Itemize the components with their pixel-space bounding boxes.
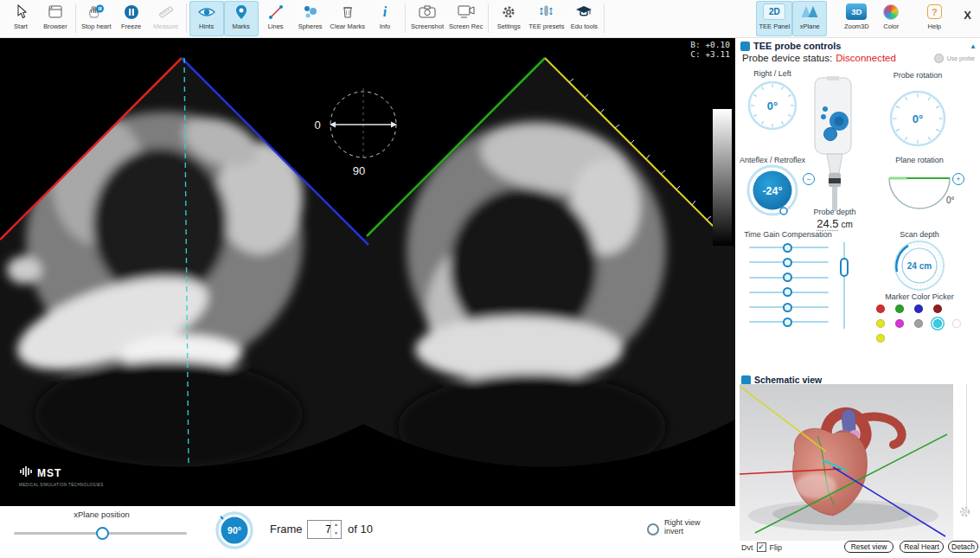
marker-color-swatch[interactable]: [914, 319, 923, 328]
b-gain-value: B: +0.10: [690, 40, 730, 49]
anteflex-dial-handle[interactable]: [780, 208, 787, 215]
marker-color-swatch[interactable]: [876, 334, 885, 343]
plane-rotation-label: Plane rotation: [881, 156, 958, 164]
toolbar-separator: [186, 3, 187, 33]
tgc-slider[interactable]: [749, 285, 829, 300]
toolbar-item-stop-heart[interactable]: Stop heart: [79, 1, 114, 36]
marker-color-swatch[interactable]: [895, 319, 904, 328]
probe-depth-value: 24.5cm: [800, 215, 869, 231]
use-probe-toggle[interactable]: [934, 54, 944, 63]
toolbar-item-browser[interactable]: Browser: [38, 1, 73, 36]
toolbar-item-marks[interactable]: Marks: [224, 1, 259, 36]
view-button-xplane[interactable]: xPlane: [792, 1, 827, 36]
2d-icon: 2D: [763, 3, 785, 21]
probe-depth-unit: cm: [841, 220, 852, 229]
panel-title: TEE probe controls: [753, 41, 841, 51]
toolbar-item-measure[interactable]: Measure: [149, 1, 183, 36]
frame-spinner-up-icon[interactable]: ▲: [331, 521, 341, 529]
settings-gear-icon: [501, 3, 516, 21]
blue-vessel: [842, 409, 855, 433]
tgc-slider[interactable]: [749, 271, 829, 285]
schematic-3d-view[interactable]: [740, 384, 953, 541]
detach-button[interactable]: Detach: [948, 541, 978, 553]
svg-text:i: i: [383, 4, 388, 19]
frame-total-label: of 10: [348, 523, 373, 536]
frame-input-box: ▲ ▼: [307, 520, 342, 539]
frame-input[interactable]: [308, 521, 331, 538]
anteflex-dial[interactable]: -24°: [746, 164, 799, 217]
toolbar-item-hints[interactable]: Hints: [189, 1, 224, 36]
flip-checkbox[interactable]: ✓: [757, 542, 766, 552]
marker-color-swatch[interactable]: [914, 305, 923, 313]
probe-panel-header: TEE probe controls ▲: [740, 41, 977, 51]
freeze-pause-icon: [123, 3, 140, 21]
close-button[interactable]: X: [964, 9, 971, 22]
angle-value-bottom: 90: [353, 164, 365, 177]
probe-rotation-dial[interactable]: 0°: [887, 88, 948, 149]
marker-color-swatch[interactable]: [876, 305, 885, 313]
toolbar-item-label: Hints: [199, 22, 214, 30]
toolbar-item-label: Measure: [153, 22, 178, 30]
toolbar-item-start[interactable]: Start: [3, 1, 38, 36]
frame-spinner-down-icon[interactable]: ▼: [331, 529, 341, 538]
toolbar-item-freeze[interactable]: Freeze: [114, 1, 149, 36]
marker-color-swatch[interactable]: [933, 305, 942, 313]
collapse-arrow-icon[interactable]: ▲: [970, 42, 977, 50]
probe-rotation-value: 0°: [913, 112, 923, 125]
tgc-label: Time Gain Compensation: [740, 230, 836, 239]
xplane-slider-thumb[interactable]: [96, 527, 109, 540]
toolbar-item-screenshot[interactable]: Screenshot: [408, 1, 446, 36]
plane-rotation-minus-button[interactable]: −: [803, 173, 815, 185]
toolbar-item-label: Screenshot: [411, 22, 444, 30]
view-button-zoom3d[interactable]: 3D Zoom3D: [839, 1, 874, 36]
toolbar-item-settings[interactable]: Settings: [491, 1, 526, 36]
toolbar-item-label: Edu tools: [571, 22, 598, 30]
tgc-slider[interactable]: [749, 255, 829, 270]
plane-rotation-widget[interactable]: [887, 171, 956, 213]
overall-gain-thumb[interactable]: [840, 258, 849, 277]
real-heart-button[interactable]: Real Heart: [900, 541, 944, 553]
scan-depth-dial[interactable]: 24 cm: [893, 239, 946, 292]
tee-simulator-window: Start Browser Stop heart Freeze Measure …: [0, 0, 980, 558]
xplane-views[interactable]: 0 90: [0, 38, 735, 506]
toolbar-item-info[interactable]: i Info: [368, 1, 402, 36]
stop-heart-icon: [87, 3, 105, 21]
tgc-slider[interactable]: [749, 315, 829, 330]
graduation-cap-icon: [575, 3, 592, 21]
reset-view-button[interactable]: Reset view: [844, 541, 894, 553]
dvt-label: Dvt: [741, 543, 753, 552]
xplane-position-slider[interactable]: [14, 527, 187, 541]
toolbar-item-screen-rec[interactable]: Screen Rec: [446, 1, 485, 36]
marker-color-swatch[interactable]: [895, 305, 904, 313]
overall-gain-slider[interactable]: [839, 242, 849, 329]
marker-color-swatch[interactable]: [952, 319, 961, 328]
toolbar-item-tee-presets[interactable]: TEE presets: [526, 1, 567, 36]
toolbar-item-edu-tools[interactable]: Edu tools: [567, 1, 601, 36]
schematic-badge-icon: [741, 375, 751, 385]
measure-ruler-icon: [158, 3, 174, 21]
ultrasound-viewport[interactable]: 0 90 B: +0.10 C: +3.11 MST MEDICAL SIMUL…: [0, 38, 735, 506]
tgc-slider[interactable]: [749, 300, 829, 315]
hints-eye-icon: [197, 3, 216, 21]
marker-color-picker: [876, 305, 971, 349]
anteflex-value: -24°: [762, 185, 782, 197]
right-left-dial[interactable]: 0°: [746, 80, 798, 131]
probe-depth-number: 24.5: [817, 217, 838, 231]
view-button-color[interactable]: Color: [874, 1, 908, 36]
schematic-settings-gear-icon[interactable]: [958, 505, 971, 522]
marker-color-swatch[interactable]: [876, 319, 885, 328]
spheres-icon: [303, 3, 318, 21]
toolbar-item-lines[interactable]: Lines: [259, 1, 293, 36]
view-mode-group: 2D TEE Panel xPlane 3D Zoom3D Color ? He…: [756, 1, 977, 36]
view-button-tee-panel[interactable]: 2D TEE Panel: [756, 1, 792, 36]
toolbar-item-clear-marks[interactable]: Clear Marks: [328, 1, 368, 36]
view-button-label: TEE Panel: [759, 22, 790, 30]
right-view-invert-toggle[interactable]: [647, 523, 659, 536]
toolbar-item-spheres[interactable]: Spheres: [293, 1, 328, 36]
tgc-slider[interactable]: [749, 241, 829, 255]
xplane-angle-dial[interactable]: 90°: [215, 510, 254, 550]
view-button-label: xPlane: [800, 22, 820, 30]
view-button-help[interactable]: ? Help: [917, 1, 951, 36]
start-hand-icon: [13, 3, 29, 21]
marker-color-swatch[interactable]: [933, 319, 942, 328]
